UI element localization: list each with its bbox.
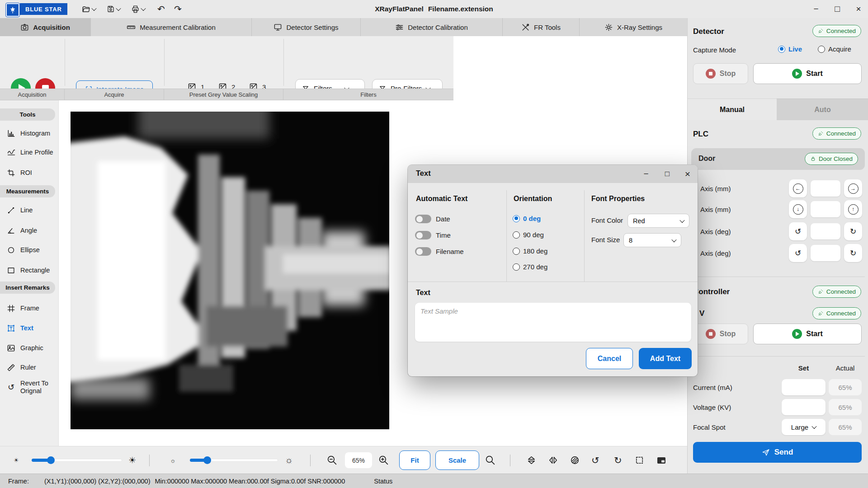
axis-rot2-value-input[interactable] [811, 245, 840, 261]
filename-toggle[interactable] [415, 247, 431, 256]
zoom-out-button[interactable] [326, 446, 338, 474]
close-button[interactable]: × [849, 0, 868, 18]
dialog-close-button[interactable]: × [678, 165, 698, 183]
tab-detector-settings[interactable]: Detector Settings [252, 18, 361, 36]
save-file-button[interactable] [107, 0, 120, 18]
orientation-90-radio[interactable]: 90 deg [513, 231, 544, 239]
add-text-button[interactable]: Add Text [639, 348, 692, 369]
invert-circle-button[interactable] [570, 446, 580, 474]
axis-x-decrease-button[interactable]: ← [789, 179, 807, 197]
tab-measurement-calibration[interactable]: Measurement Calibration [91, 18, 252, 36]
sidebar-item-histogram[interactable]: Histogram [0, 126, 59, 141]
blue-star-logo-icon [6, 3, 19, 17]
tab-xray-settings[interactable]: X-Ray Settings [580, 18, 687, 36]
print-button[interactable] [131, 0, 145, 18]
axis-rot1-ccw-button[interactable]: ↺ [789, 222, 807, 240]
font-size-dropdown[interactable]: 8 [623, 233, 681, 247]
undo-button[interactable]: ↶ [157, 0, 165, 18]
dialog-maximize-button[interactable]: □ [657, 165, 677, 183]
axis-y-down-button[interactable]: ↓ [789, 200, 807, 218]
detector-stop-button[interactable]: Stop [693, 63, 748, 84]
maximize-button[interactable]: □ [828, 0, 846, 18]
fit-button[interactable]: Fit [399, 446, 430, 474]
orientation-270-radio[interactable]: 270 deg [513, 263, 547, 271]
sidebar-item-text[interactable]: Text [0, 320, 59, 336]
print-dropdown-icon[interactable] [141, 6, 146, 11]
tab-fr-tools[interactable]: FR Tools [503, 18, 580, 36]
tab-label: Measurement Calibration [140, 23, 216, 31]
redo-button[interactable]: ↷ [174, 0, 182, 18]
axis-y-value-input[interactable] [811, 201, 840, 217]
open-file-dropdown-icon[interactable] [91, 6, 96, 11]
tab-manual[interactable]: Manual [688, 99, 777, 120]
rotate-ccw-button[interactable]: ↺ [591, 446, 599, 474]
axis-rot1-cw-button[interactable]: ↻ [844, 222, 862, 240]
text-sample-textarea[interactable] [415, 303, 691, 342]
sidebar-item-angle[interactable]: Angle [0, 223, 59, 238]
hv-stop-button[interactable]: Stop [693, 324, 748, 344]
font-color-dropdown[interactable]: Red [627, 214, 689, 228]
axis-rot2-label: Axis (deg) [700, 249, 731, 257]
capture-mode-acquire-radio[interactable]: Acquire [818, 45, 851, 53]
scale-button[interactable]: Scale [435, 446, 479, 474]
sidebar-item-rectangle[interactable]: Rectangle [0, 263, 59, 278]
window-title: XRayFlatPanel Filename.extension [0, 0, 868, 18]
orientation-180-radio[interactable]: 180 deg [513, 247, 547, 255]
flip-vertical-button[interactable] [526, 446, 537, 474]
dialog-title-bar[interactable]: Text − □ × [408, 165, 698, 183]
tab-detector-calibration[interactable]: Detector Calibration [361, 18, 503, 36]
dialog-minimize-button[interactable]: − [636, 165, 656, 183]
current-set-input[interactable] [782, 379, 826, 395]
sidebar-item-frame[interactable]: Frame [0, 300, 59, 316]
date-toggle[interactable] [415, 215, 431, 223]
voltage-set-input[interactable] [782, 399, 826, 415]
cancel-button[interactable]: Cancel [586, 348, 633, 369]
axis-rot1-value-input[interactable] [811, 223, 840, 239]
tab-acquisition[interactable]: Acquisition [0, 18, 91, 36]
sidebar-item-line-profile[interactable]: Line Profile [0, 145, 59, 160]
axis-rot1-label: Axis (deg) [700, 228, 731, 235]
brightness-slider[interactable] [32, 446, 122, 474]
xray-image[interactable] [71, 112, 389, 429]
zoom-in-button[interactable] [378, 446, 389, 474]
orientation-0-radio[interactable]: 0 deg [513, 215, 541, 222]
hv-start-button[interactable]: Start [753, 324, 862, 344]
sidebar-item-roi[interactable]: ROI [0, 165, 59, 180]
crop-selection-button[interactable] [634, 446, 645, 474]
contrast-slider-thumb[interactable] [203, 456, 211, 464]
status-bar: Frame: (X1,Y1):(000,000) (X2,Y2):(000,00… [0, 474, 868, 488]
contrast-slider[interactable] [190, 446, 278, 474]
rotate-ccw-icon: ↺ [591, 455, 599, 466]
sidebar-item-revert-to-original[interactable]: ↺ Revert To Orignal [0, 377, 59, 398]
brightness-slider-thumb[interactable] [47, 456, 55, 464]
axis-rot2-ccw-button[interactable]: ↺ [789, 244, 807, 262]
hv-connected-badge: Connected [812, 307, 861, 319]
axis-rot2-cw-button[interactable]: ↻ [844, 244, 862, 262]
right-control-panel: Detector Connected Capture Mode Live Acq… [687, 18, 868, 474]
magnifier-button[interactable] [485, 446, 496, 474]
sidebar-item-ellipse[interactable]: Ellipse [0, 242, 59, 258]
rotate-cw-icon: ↻ [850, 227, 856, 236]
app-name: XRayFlatPanel [375, 5, 424, 13]
picture-in-picture-button[interactable] [656, 446, 667, 474]
flip-horizontal-button[interactable] [548, 446, 558, 474]
axis-y-up-button[interactable]: ↑ [844, 200, 862, 218]
save-file-dropdown-icon[interactable] [116, 6, 121, 11]
ellipse-tool-icon [6, 245, 16, 255]
open-file-button[interactable] [82, 0, 96, 18]
brightness-dim-icon: ☀ [14, 446, 19, 474]
sidebar-item-ruler[interactable]: Ruler [0, 360, 59, 375]
send-button[interactable]: Send [693, 442, 862, 463]
axis-x-value-input[interactable] [811, 180, 840, 197]
sidebar-item-line[interactable]: Line [0, 202, 59, 218]
capture-mode-live-radio[interactable]: Live [778, 45, 802, 53]
rotate-ccw-icon: ↺ [795, 227, 801, 236]
time-toggle[interactable] [415, 231, 431, 239]
sidebar-item-graphic[interactable]: Graphic [0, 340, 59, 356]
focal-spot-dropdown[interactable]: Large [782, 419, 826, 435]
tab-auto[interactable]: Auto [777, 99, 868, 120]
detector-start-button[interactable]: Start [753, 63, 862, 84]
rotate-cw-button[interactable]: ↻ [614, 446, 622, 474]
axis-x-increase-button[interactable]: → [844, 179, 862, 197]
minimize-button[interactable]: − [807, 0, 825, 18]
